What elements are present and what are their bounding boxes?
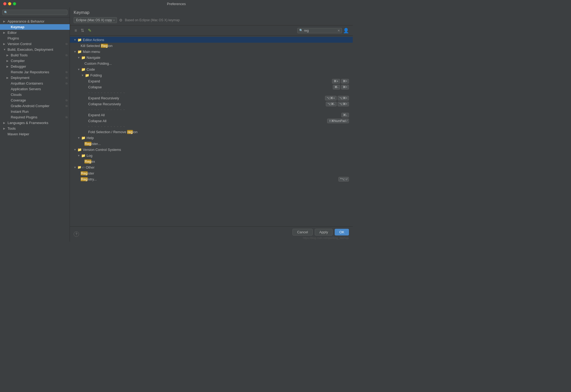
sidebar-item-appearance-behavior[interactable]: ▶ Appearance & Behavior	[0, 19, 70, 24]
maximize-button[interactable]	[13, 2, 16, 5]
item-label: Kill Selected Region	[81, 44, 349, 48]
tree-section-folding[interactable]: ▼ 📁 Folding	[70, 72, 353, 78]
bottom-right-area: Cancel Apply OK https://blog.csdn.net/qi…	[292, 229, 349, 239]
sidebar-item-plugins[interactable]: Plugins	[0, 35, 70, 41]
sidebar-item-arquillian[interactable]: Arquillian Containers ⧉	[0, 81, 70, 86]
kbd-2: ⌘=	[341, 79, 349, 84]
sidebar: 🔍 ▶ Appearance & Behavior Keymap ▶ Edito…	[0, 8, 70, 242]
sidebar-search-row[interactable]: 🔍	[2, 10, 67, 15]
tree-item-custom-folding[interactable]: Custom Folding...	[70, 60, 353, 66]
gear-icon[interactable]: ⚙	[119, 18, 123, 22]
sidebar-item-editor[interactable]: ▶ Editor	[0, 30, 70, 35]
sidebar-item-label: Remote Jar Repositories	[11, 70, 49, 74]
sidebar-item-build-exec-deploy[interactable]: ▼ Build, Execution, Deployment	[0, 47, 70, 52]
item-label: Fold Selection / Remove region	[88, 130, 349, 134]
item-label: Custom Folding...	[84, 61, 349, 66]
tree-section-help[interactable]: ▼ 📁 Help	[70, 135, 353, 141]
section-label: Editor Actions	[83, 38, 349, 42]
sidebar-item-label: Deployment	[11, 76, 29, 80]
tree-item-register-help[interactable]: Register...	[70, 141, 353, 147]
item-label: Collapse Recursively	[88, 102, 326, 106]
sidebar-item-label: Gradle-Android Compiler	[11, 104, 49, 108]
section-label: Folding	[90, 73, 349, 77]
item-label: Regex	[84, 159, 349, 164]
sidebar-item-maven-helper[interactable]: Maven Helper	[0, 131, 70, 137]
tree-section-navigate[interactable]: ▼ 📁 Navigate	[70, 55, 353, 60]
tree-item-expand[interactable]: Expand ⌘+ ⌘=	[70, 78, 353, 84]
sidebar-item-label: Required Plugins	[11, 115, 37, 119]
section-arrow-icon: ▼	[74, 166, 77, 169]
shortcut-keys: ⌘+ ⌘=	[332, 79, 349, 84]
tree-section-code[interactable]: ▼ 📁 Code	[70, 66, 353, 72]
tree-item-kill-selected-region[interactable]: Kill Selected Region	[70, 43, 353, 49]
expand-arrow: ▶	[3, 31, 6, 34]
sidebar-item-required-plugins[interactable]: Required Plugins ⧉	[0, 114, 70, 120]
folder-icon: 📁	[77, 165, 81, 169]
tree-section-log[interactable]: ▼ 📁 Log	[70, 153, 353, 158]
tree-section-vcs[interactable]: ▼ 📁 Version Control Systems	[70, 147, 353, 153]
tree-item-collapse-recursively[interactable]: Collapse Recursively ⌥⌘- ⌥⌘=	[70, 101, 353, 107]
sidebar-item-clouds[interactable]: Clouds	[0, 92, 70, 97]
apply-button[interactable]: Apply	[315, 229, 333, 235]
copy-icon: ⧉	[66, 116, 67, 119]
sidebar-item-compiler[interactable]: ▶ Compiler	[0, 58, 70, 64]
tree-item-collapse-all[interactable]: Collapse All ⇧⌘NumPad /	[70, 118, 353, 124]
tree-section-editor-actions[interactable]: ▼ 📁 Editor Actions	[70, 37, 353, 43]
sidebar-item-coverage[interactable]: Coverage ⧉	[0, 97, 70, 103]
sidebar-item-instant-run[interactable]: Instant Run	[0, 109, 70, 114]
section-arrow-icon: ▼	[77, 136, 81, 139]
sidebar-item-tools[interactable]: ▶ Tools	[0, 126, 70, 131]
minimize-button[interactable]	[8, 2, 11, 5]
sidebar-item-version-control[interactable]: ▶ Version Control ⧉	[0, 41, 70, 47]
sidebar-item-keymap[interactable]: Keymap	[0, 24, 70, 30]
tree-item-registry[interactable]: Registry... ^⌥↑/	[70, 176, 353, 182]
kbd-1: ^⌥↑/	[338, 177, 349, 182]
toolbar: ≡ ⇅ ✎ 🔍 ✕ 👤	[70, 26, 353, 36]
sidebar-item-label: Coverage	[11, 98, 26, 102]
sidebar-item-label: Clouds	[11, 93, 22, 97]
search-icon: 🔍	[299, 29, 303, 32]
sidebar-item-deployment[interactable]: ▶ Deployment ⧉	[0, 75, 70, 81]
keymap-scheme-select[interactable]: Eclipse (Mac OS X) copy ▾	[74, 17, 117, 23]
tree-section-main-menu[interactable]: ▼ 📁 Main menu	[70, 49, 353, 55]
clear-filter-button[interactable]: ✕	[337, 29, 340, 32]
filter-input[interactable]	[304, 29, 336, 32]
toolbar-left: ≡ ⇅ ✎	[74, 27, 92, 34]
sidebar-item-debugger[interactable]: ▶ Debugger	[0, 64, 70, 69]
cancel-button[interactable]: Cancel	[292, 229, 312, 235]
filter-search-box[interactable]: 🔍 ✕	[297, 28, 342, 33]
flatten-button[interactable]: ≡	[74, 27, 78, 34]
sidebar-item-app-servers[interactable]: Application Servers	[0, 86, 70, 92]
sidebar-item-label: Application Servers	[11, 87, 41, 91]
ok-button[interactable]: OK	[335, 229, 349, 235]
sidebar-item-remote-jar[interactable]: Remote Jar Repositories ⧉	[0, 69, 70, 75]
close-button[interactable]	[3, 2, 6, 5]
kbd-2: ⌥⌘=	[338, 102, 349, 106]
page-title: Keymap	[74, 10, 349, 15]
sidebar-search-box[interactable]: 🔍	[0, 8, 70, 17]
tree-item-collapse[interactable]: Collapse ⌘- ⌘=	[70, 84, 353, 90]
bottom-left-area: ?	[74, 231, 79, 237]
help-button[interactable]: ?	[74, 231, 79, 237]
tree-item-register-other[interactable]: Register	[70, 170, 353, 176]
tree-item-expand-all[interactable]: Expand All ⌘↓	[70, 112, 353, 118]
sidebar-item-label: Keymap	[11, 25, 24, 29]
sidebar-item-build-tools[interactable]: ▶ Build Tools ⧉	[0, 52, 70, 58]
sidebar-item-label: Arquillian Containers	[11, 81, 43, 85]
section-label: Log	[87, 154, 349, 158]
sidebar-item-gradle-android[interactable]: Gradle-Android Compiler ⧉	[0, 103, 70, 109]
edit-button[interactable]: ✎	[87, 27, 92, 34]
sidebar-item-label: Plugins	[8, 36, 19, 40]
sort-button[interactable]: ⇅	[80, 27, 85, 34]
item-label: Register	[81, 171, 349, 175]
sidebar-item-languages-frameworks[interactable]: ▶ Languages & Frameworks	[0, 120, 70, 126]
sidebar-search-input[interactable]	[8, 10, 66, 14]
user-icon[interactable]: 👤	[343, 28, 349, 34]
item-label: Registry...	[81, 177, 338, 181]
tree-item-expand-recursively[interactable]: Expand Recursively ⌥⌘+ ⌥⌘=	[70, 95, 353, 101]
tree-section-other[interactable]: ▼ 📁 🏷 Other	[70, 164, 353, 170]
tree-item-regex[interactable]: Regex	[70, 158, 353, 164]
section-label: Version Control Systems	[83, 148, 349, 152]
copy-icon: ⧉	[66, 104, 67, 108]
tree-item-fold-selection[interactable]: Fold Selection / Remove region	[70, 129, 353, 135]
